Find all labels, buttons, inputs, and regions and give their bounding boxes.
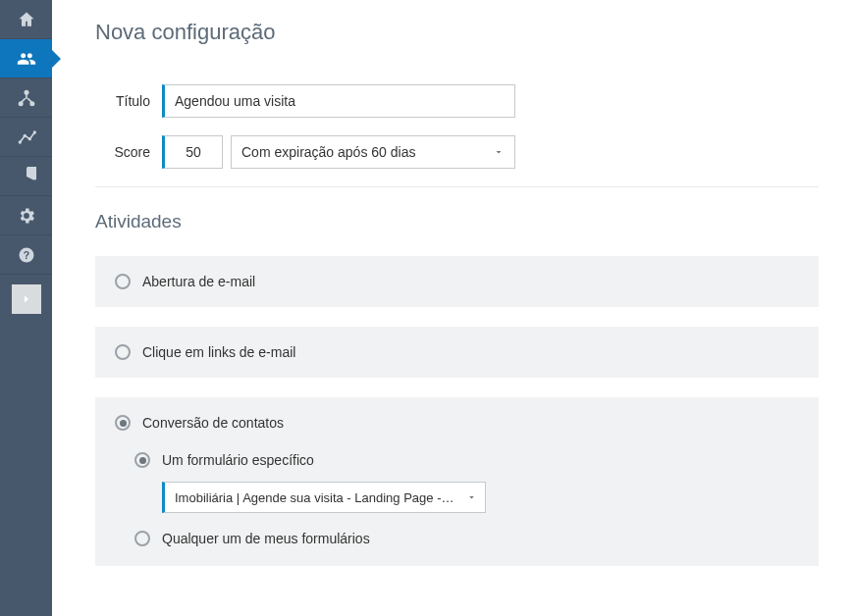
nav-workflow[interactable] <box>0 78 52 118</box>
radio-icon <box>115 274 131 289</box>
nav-contacts[interactable] <box>0 39 52 78</box>
sidebar-collapse-button[interactable] <box>12 284 41 314</box>
radio-icon <box>115 344 131 360</box>
activity-card-link-click: Clique em links de e-mail <box>95 327 819 378</box>
expiration-selected-label: Com expiração após 60 dias <box>241 144 415 160</box>
nav-analytics[interactable] <box>0 118 52 157</box>
radio-icon <box>134 452 150 468</box>
activity-card-email-open: Abertura de e-mail <box>95 256 819 307</box>
nav-settings[interactable] <box>0 196 52 235</box>
path-icon <box>17 128 36 147</box>
titulo-input[interactable] <box>162 84 515 118</box>
activities-title: Atividades <box>95 211 819 232</box>
nav-help[interactable]: ? <box>0 235 52 275</box>
activity-label: Conversão de contatos <box>142 415 284 431</box>
chevron-down-icon <box>493 146 505 158</box>
sub-radio-label: Um formulário específico <box>162 452 314 468</box>
activity-radio-link-click[interactable]: Clique em links de e-mail <box>115 344 799 360</box>
activity-label: Clique em links de e-mail <box>142 344 295 360</box>
sub-radio-any-form[interactable]: Qualquer um de meus formulários <box>134 531 799 546</box>
chevron-right-icon <box>21 293 32 305</box>
activity-card-conversion: Conversão de contatos Um formulário espe… <box>95 397 819 566</box>
divider <box>95 186 819 187</box>
score-input[interactable] <box>162 135 223 169</box>
nodes-icon <box>17 88 36 108</box>
score-label: Score <box>95 144 162 160</box>
specific-form-select[interactable]: Imobiliária | Agende sua visita - Landin… <box>162 482 486 513</box>
specific-form-selected-label: Imobiliária | Agende sua visita - Landin… <box>175 490 457 505</box>
radio-icon <box>115 415 131 431</box>
expiration-select[interactable]: Com expiração após 60 dias <box>231 135 515 169</box>
activity-label: Abertura de e-mail <box>142 274 255 289</box>
sidebar: ? <box>0 0 52 616</box>
home-icon <box>17 10 36 29</box>
main-content: Nova configuração Título Score Com expir… <box>52 0 854 616</box>
sub-radio-specific-form[interactable]: Um formulário específico <box>134 452 799 468</box>
gear-icon <box>17 206 36 226</box>
nav-home[interactable] <box>0 0 52 39</box>
nav-reports[interactable] <box>0 157 52 196</box>
activity-radio-email-open[interactable]: Abertura de e-mail <box>115 274 799 289</box>
activity-radio-conversion[interactable]: Conversão de contatos <box>115 415 799 431</box>
users-icon <box>17 49 36 69</box>
titulo-label: Título <box>95 93 162 109</box>
page-title: Nova configuração <box>95 20 819 45</box>
radio-icon <box>134 531 150 546</box>
pie-chart-icon <box>17 167 36 186</box>
question-icon: ? <box>18 246 35 264</box>
sub-radio-label: Qualquer um de meus formulários <box>162 531 370 546</box>
svg-text:?: ? <box>23 248 28 260</box>
chevron-down-icon <box>466 492 477 503</box>
